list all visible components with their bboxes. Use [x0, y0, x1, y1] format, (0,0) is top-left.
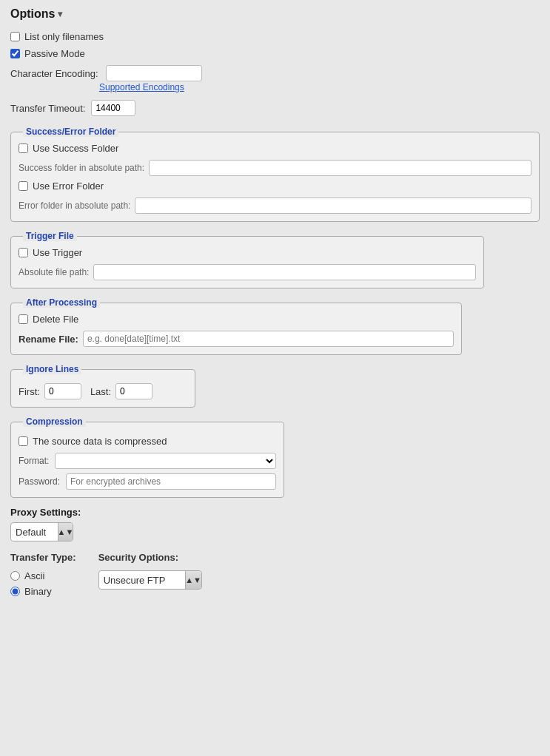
page-title: Options ▾ — [10, 7, 540, 21]
first-pair: First: — [19, 383, 81, 399]
transfer-timeout-label: Transfer Timeout: — [10, 103, 85, 114]
source-data-compressed-checkbox[interactable] — [19, 436, 28, 446]
password-row: Password: — [19, 473, 276, 490]
security-options-section: Security Options: Unsecure FTP ▲▼ — [98, 552, 202, 597]
list-only-filenames-label: List only filenames — [24, 31, 104, 42]
trigger-file-legend: Trigger File — [23, 231, 77, 241]
last-label: Last: — [90, 386, 111, 397]
success-error-folder-legend: Success/Error Folder — [23, 126, 118, 137]
delete-file-label: Delete File — [33, 314, 78, 325]
ignore-lines-inner: First: Last: — [19, 383, 187, 399]
options-dropdown-arrow[interactable]: ▾ — [58, 9, 62, 19]
format-label: Format: — [19, 456, 49, 466]
source-data-compressed-row: The source data is compressed — [19, 436, 276, 447]
after-processing-section: After Processing Delete File Rename File… — [10, 297, 462, 355]
rename-file-label: Rename File: — [19, 334, 78, 345]
delete-file-checkbox[interactable] — [19, 314, 28, 324]
binary-radio[interactable] — [10, 587, 20, 596]
list-only-filenames-checkbox[interactable] — [10, 32, 20, 41]
ascii-radio[interactable] — [10, 571, 20, 581]
first-input[interactable] — [44, 383, 81, 399]
use-success-folder-label: Use Success Folder — [33, 143, 118, 154]
first-label: First: — [19, 386, 40, 397]
success-folder-path-input[interactable] — [149, 160, 531, 176]
error-folder-path-label: Error folder in absolute path: — [19, 200, 130, 211]
trigger-file-section: Trigger File Use Trigger Absolute file p… — [10, 231, 484, 288]
transfer-timeout-row: Transfer Timeout: — [10, 100, 540, 116]
absolute-file-path-row: Absolute file path: — [19, 264, 476, 280]
transfer-type-section: Transfer Type: Ascii Binary — [10, 552, 76, 597]
passive-mode-label: Passive Mode — [24, 48, 85, 59]
ignore-lines-section: Ignore Lines First: Last: — [10, 364, 195, 408]
transfer-type-title: Transfer Type: — [10, 552, 76, 563]
delete-file-row: Delete File — [19, 314, 454, 325]
transfer-timeout-input[interactable] — [91, 100, 135, 116]
security-select-value: Unsecure FTP — [99, 573, 185, 587]
proxy-select-wrapper[interactable]: Default ▲▼ — [10, 522, 73, 541]
absolute-file-path-input[interactable] — [93, 264, 476, 280]
bottom-row: Transfer Type: Ascii Binary Security Opt… — [10, 552, 540, 597]
passive-mode-row: Passive Mode — [10, 48, 540, 59]
char-encoding-label: Character Encoding: — [10, 68, 98, 79]
security-options-title: Security Options: — [98, 552, 202, 563]
success-error-folder-section: Success/Error Folder Use Success Folder … — [10, 126, 540, 222]
password-input[interactable] — [66, 473, 276, 490]
absolute-file-path-label: Absolute file path: — [19, 267, 89, 277]
proxy-select-arrow[interactable]: ▲▼ — [58, 523, 73, 541]
use-trigger-label: Use Trigger — [33, 247, 82, 258]
after-processing-legend: After Processing — [23, 297, 100, 308]
ignore-lines-legend: Ignore Lines — [23, 364, 81, 374]
options-title: Options — [10, 7, 55, 21]
rename-file-input[interactable] — [83, 331, 454, 347]
use-trigger-row: Use Trigger — [19, 247, 476, 258]
rename-file-row: Rename File: — [19, 331, 454, 347]
use-error-folder-checkbox[interactable] — [19, 181, 28, 191]
compression-inner: The source data is compressed Format: zi… — [19, 436, 276, 490]
last-pair: Last: — [90, 383, 152, 399]
source-data-compressed-label: The source data is compressed — [33, 436, 167, 447]
success-folder-path-label: Success folder in absolute path: — [19, 163, 144, 173]
use-error-folder-label: Use Error Folder — [33, 180, 104, 192]
use-error-folder-row: Use Error Folder — [19, 180, 531, 192]
supported-encodings-link[interactable]: Supported Encodings — [99, 82, 184, 92]
use-trigger-checkbox[interactable] — [19, 248, 28, 257]
proxy-settings-section: Proxy Settings: Default ▲▼ — [10, 507, 540, 541]
security-select-arrow[interactable]: ▲▼ — [185, 571, 201, 589]
compression-section: Compression The source data is compresse… — [10, 416, 284, 498]
character-encoding-section: Character Encoding: Supported Encodings — [10, 65, 540, 92]
compression-legend: Compression — [23, 416, 86, 427]
format-row: Format: zip gzip bzip2 — [19, 453, 276, 469]
ascii-label: Ascii — [24, 570, 44, 581]
use-success-folder-checkbox[interactable] — [19, 144, 28, 153]
password-label: Password: — [19, 476, 60, 487]
use-success-folder-row: Use Success Folder — [19, 143, 531, 154]
error-folder-path-row: Error folder in absolute path: — [19, 198, 531, 214]
error-folder-path-input[interactable] — [135, 198, 531, 214]
proxy-select-value: Default — [11, 525, 58, 539]
list-only-filenames-row: List only filenames — [10, 31, 540, 42]
success-folder-path-row: Success folder in absolute path: — [19, 160, 531, 176]
char-encoding-input[interactable] — [106, 65, 202, 81]
last-input[interactable] — [115, 383, 152, 399]
binary-radio-row: Binary — [10, 586, 76, 597]
security-select-wrapper[interactable]: Unsecure FTP ▲▼ — [98, 570, 202, 590]
proxy-settings-title: Proxy Settings: — [10, 507, 540, 518]
passive-mode-checkbox[interactable] — [10, 49, 20, 58]
format-select[interactable]: zip gzip bzip2 — [55, 453, 276, 469]
ascii-radio-row: Ascii — [10, 570, 76, 581]
binary-label: Binary — [24, 586, 52, 597]
